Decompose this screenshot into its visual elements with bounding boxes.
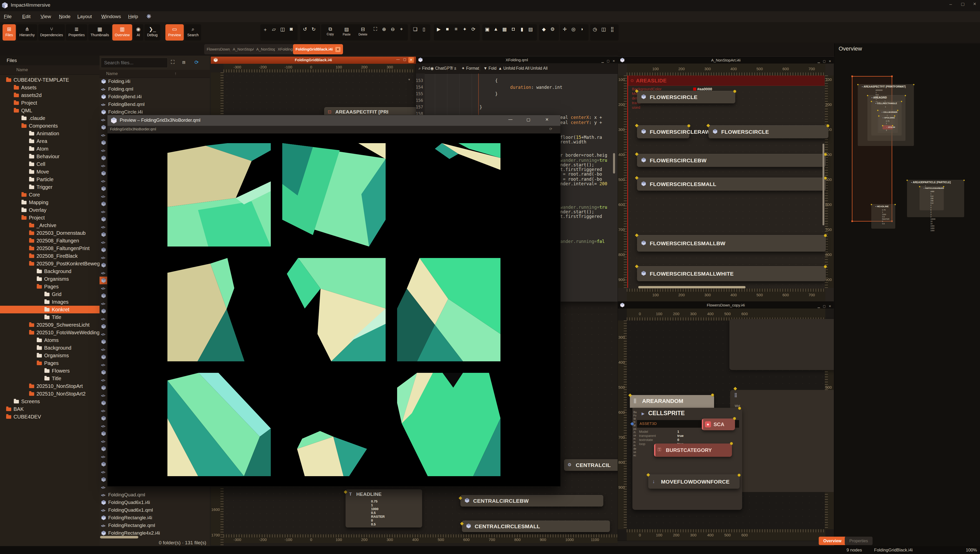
refresh-icon[interactable]: ⟳ (470, 26, 477, 32)
code-toolbar--unfold[interactable]: ▲ Unfold (498, 63, 515, 73)
tree-item-CUBE4DEV[interactable]: CUBE4DEV (0, 413, 100, 420)
node-centralcircle[interactable]: ⚙ CENTRALCIL (564, 459, 617, 471)
menu-node[interactable]: Node (59, 14, 70, 19)
tree-item-assets2d[interactable]: assets2d (0, 91, 100, 99)
tree-item-Atom[interactable]: Atom (0, 145, 100, 153)
pattern-icon[interactable]: ▩ (501, 26, 508, 32)
file-item-FoldingBend.i4i[interactable]: FoldingBend.i4i (100, 93, 210, 100)
file-item-FoldingQuad.qml[interactable]: </>FoldingQuad.qml (100, 491, 210, 498)
toolbar-button-overview[interactable]: ▥Overview (112, 24, 132, 41)
tree-item-Trigger[interactable]: Trigger (0, 183, 100, 191)
grid-icon[interactable]: ⣿ (609, 26, 616, 32)
preview-tab[interactable]: FoldingGrid3x3NoBorder.qml (110, 127, 156, 131)
overview-node-headline[interactable]: ▪HEADLINE0.75110000.5RASTER00.5 (871, 204, 895, 229)
partial-node-right[interactable]: ⣿ WidHeiMopa (730, 390, 834, 492)
node-burstcategory[interactable]: ⚿ BURSTCATEGORY (654, 444, 732, 457)
menu-file[interactable]: File (4, 14, 12, 19)
flowers-window-titlebar[interactable]: FlowersDown_copy.i4i ▁ ▢ ✕ (618, 302, 834, 309)
node-centralcirclebw[interactable]: CENTRALCIRCLEBW (460, 495, 603, 506)
connector-diamond[interactable] (635, 264, 638, 268)
connector-diamond[interactable] (635, 176, 638, 180)
toolbar-button-hierarchy[interactable]: ⋔Hierarchy (17, 24, 37, 41)
connector-diamond[interactable] (460, 522, 464, 525)
connector-circle[interactable] (711, 393, 714, 396)
connector-diamond[interactable] (344, 490, 347, 494)
tree-item-Pages[interactable]: Pages (0, 283, 100, 290)
tree-item-Title[interactable]: Title (0, 375, 100, 382)
fold-arrow-icon[interactable]: ▾ (408, 78, 410, 81)
tree-item-Organisms[interactable]: Organisms (0, 352, 100, 359)
connector-circle[interactable] (687, 124, 690, 127)
grid-window-titlebar[interactable]: FoldingGridBlack.i4i — ▢ ✕ (211, 57, 416, 64)
node-scale[interactable]: ★ SCA (702, 419, 735, 430)
toolbar-button-search[interactable]: ⌕Search (185, 24, 201, 41)
tree-item-Mapping[interactable]: Mapping (0, 199, 100, 206)
connector-diamond[interactable] (635, 124, 638, 127)
tree-item-Animation[interactable]: Animation (0, 130, 100, 137)
code-toolbar-format[interactable]: ✦Format (461, 63, 479, 73)
tree-item-BAK[interactable]: BAK (0, 405, 100, 413)
tree-item-QML[interactable]: QML (0, 107, 100, 114)
tree-item-202503_Dornenstaub[interactable]: 202503_Dornenstaub (0, 229, 100, 237)
tree-item-Title[interactable]: Title (0, 314, 100, 321)
vertical-scrollbar[interactable] (822, 144, 824, 225)
tree-item-Behaviour[interactable]: Behaviour (0, 153, 100, 160)
connector-diamond[interactable] (458, 496, 462, 500)
connector-diamond[interactable] (635, 234, 638, 237)
toolbar-button-files[interactable]: ⊞Files (3, 24, 16, 41)
preview-titlebar[interactable]: Preview – FoldingGrid3x3NoBorder.qml — ▢… (107, 115, 560, 126)
node-moveflowdownforce[interactable]: ↓ MOVEFLOWDOWNFORCE (648, 474, 740, 489)
art-window-titlebar[interactable]: A_NonStopArt.i4i ▁ ▢ ✕ (618, 57, 834, 64)
overview-node-xfoldii[interactable]: ▪XFOLDII (883, 125, 893, 129)
tree-item-Core[interactable]: Core (0, 191, 100, 199)
file-item-Folding.qml[interactable]: </>Folding.qml (100, 85, 210, 93)
node-headline[interactable]: T HEADLINE 0.75110000.5RASTER00.5 (345, 489, 422, 527)
code-toolbar-find[interactable]: ⌕Find (418, 63, 430, 73)
node-flowerscircle[interactable]: FLOWERSCIRCLE (708, 125, 829, 138)
window-duplicate-icon[interactable]: ❏ (412, 26, 418, 32)
code-toolbar--[interactable]: // ± (451, 63, 456, 73)
toolbar-button-debug[interactable]: ❯_Debug (145, 24, 160, 41)
toolbar-button-dependencies[interactable]: ⑂Dependencies (38, 24, 65, 41)
tree-item-Particle[interactable]: Particle (0, 175, 100, 183)
tree-column-header[interactable]: Name (16, 67, 28, 72)
partial-node-top[interactable] (729, 319, 834, 370)
node-areaslide[interactable]: AREASLIDE ⊙ (628, 76, 824, 86)
tree-item-202509_PostKonkretBewegtII[interactable]: 202509_PostKonkretBewegtII (0, 260, 100, 267)
tree-item-.claude[interactable]: .claude (0, 114, 100, 122)
tree-item-Organisms[interactable]: Organisms (0, 275, 100, 283)
vertical-scrollbar[interactable] (613, 153, 615, 174)
node-flowerscircle[interactable]: FLOWERSCIRCLE (637, 91, 735, 103)
connector-circle[interactable] (738, 474, 741, 477)
tree-item-202510_NonStopArt2[interactable]: 202510_NonStopArt2 (0, 390, 100, 398)
tree-item-Overlay[interactable]: Overlay (0, 206, 100, 214)
save-icon[interactable]: ◫ (279, 26, 286, 32)
tree-item-Atoms[interactable]: Atoms (0, 336, 100, 344)
minimize-icon[interactable]: — (396, 57, 400, 61)
sort-up-icon[interactable]: ↑ (175, 70, 177, 78)
menu-layout[interactable]: Layout (77, 14, 92, 19)
fullscreen-icon[interactable]: ⛶ (372, 26, 379, 32)
tree-item-Assets[interactable]: Assets (0, 84, 100, 91)
device-icon[interactable]: ▮ (519, 26, 525, 32)
sparkle-icon[interactable]: ✦ (461, 26, 468, 32)
connector-circle[interactable] (824, 234, 827, 237)
node-flowerscircleraw[interactable]: FLOWERSCIRCLERAW (637, 125, 689, 138)
node-arearandom-body[interactable]: BaFoWHMpazLcemmmdeusec ▶ CELLSPRITE ASSE… (632, 408, 742, 510)
file-item-FoldingRectangle.i4i[interactable]: FoldingRectangle.i4i (100, 514, 210, 522)
list-column-header[interactable]: Name (106, 71, 118, 76)
tree-item-_Archive[interactable]: _Archive (0, 221, 100, 229)
move-icon[interactable]: ✛ (562, 26, 568, 32)
delete-icon[interactable]: ⊟Delete (355, 26, 371, 36)
node-centralcirclesmall[interactable]: CENTRALCIRCLESMALL (462, 521, 610, 532)
overview-node-particlegearburs[interactable]: ▪PARTICLEGEARBURS#ffffff1true256256true2… (920, 186, 944, 210)
list-icon[interactable]: ≡ (453, 26, 460, 32)
tree-item-202510_NonStopArt[interactable]: 202510_NonStopArt (0, 382, 100, 390)
fit-icon[interactable]: ⌖ (398, 26, 405, 32)
horizontal-scrollbar[interactable] (100, 536, 138, 538)
flowers-canvas[interactable]: ⣿ WidHeiMopa ⣿ AREARANDOM BaFoWHMpazLcem… (627, 320, 825, 529)
tree-item-202508_FireBlack[interactable]: 202508_FireBlack (0, 252, 100, 260)
node-flowerscirclesmallwhite[interactable]: FLOWERSCIRCLESMALLWHITE (637, 266, 826, 281)
doc-icon[interactable]: ▤ (527, 26, 534, 32)
tree-item-Area[interactable]: Area (0, 137, 100, 145)
